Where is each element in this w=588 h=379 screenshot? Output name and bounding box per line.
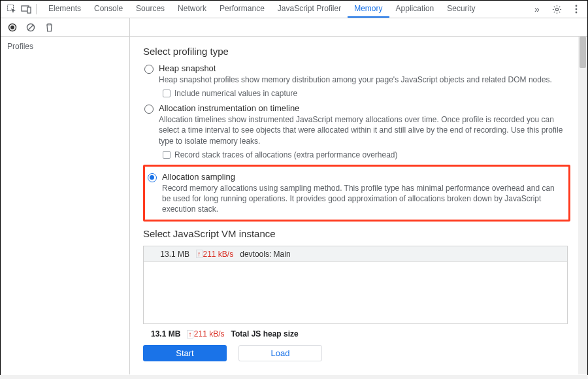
tab-memory[interactable]: Memory: [348, 1, 389, 18]
kebab-menu-icon[interactable]: [569, 2, 583, 16]
devtools-tabstrip: Elements Console Sources Network Perform…: [1, 1, 587, 18]
profiling-option-heap-snapshot[interactable]: Heap snapshot Heap snapshot profiles sho…: [143, 63, 587, 98]
heap-total-label: Total JS heap size: [231, 329, 299, 338]
checkbox-label: Record stack traces of allocations (extr…: [174, 150, 398, 159]
record-stack-traces-checkbox-row[interactable]: Record stack traces of allocations (extr…: [163, 150, 572, 159]
option-desc: Allocation timelines show instrumented J…: [159, 114, 572, 146]
vm-instance-row[interactable]: 13.1 MB ↑ 211 kB/s devtools: Main: [144, 246, 567, 262]
vm-name: devtools: Main: [240, 250, 290, 259]
profiling-type-heading: Select profiling type: [143, 46, 587, 57]
option-desc: Record memory allocations using sampling…: [162, 183, 564, 215]
panel-tabs: Elements Console Sources Network Perform…: [42, 1, 530, 18]
heap-rate-value: 211 kB/s: [194, 329, 225, 338]
radio-heap-snapshot[interactable]: [144, 65, 154, 74]
option-title: Allocation instrumentation on timeline: [159, 103, 572, 113]
load-button[interactable]: Load: [238, 345, 322, 361]
record-icon[interactable]: [7, 22, 18, 33]
include-numerical-checkbox-row[interactable]: Include numerical values in capture: [163, 89, 572, 98]
delete-icon[interactable]: [44, 22, 54, 33]
svg-point-3: [555, 8, 558, 10]
horizontal-scrollbar-track[interactable]: [0, 375, 588, 379]
clear-icon[interactable]: [25, 22, 36, 33]
profiles-sidebar: Profiles: [1, 37, 130, 374]
checkbox-label: Include numerical values in capture: [174, 89, 297, 98]
svg-point-5: [576, 8, 578, 10]
more-tabs-icon[interactable]: »: [530, 2, 544, 16]
radio-allocation-timeline[interactable]: [144, 105, 154, 114]
heap-summary-line: 13.1 MB ↑ 211 kB/s Total JS heap size: [143, 329, 587, 338]
memory-toolbar: [1, 18, 587, 37]
option-title: Allocation sampling: [162, 172, 564, 182]
vm-instance-heading: Select JavaScript VM instance: [143, 228, 587, 239]
tab-console[interactable]: Console: [88, 1, 129, 18]
vm-instance-list[interactable]: 13.1 MB ↑ 211 kB/s devtools: Main: [143, 246, 568, 324]
vm-rate-value: 211 kB/s: [203, 250, 234, 259]
profiling-option-allocation-timeline[interactable]: Allocation instrumentation on timeline A…: [143, 103, 587, 159]
svg-point-6: [576, 12, 578, 14]
start-button[interactable]: Start: [143, 345, 227, 361]
memory-panel-content: Select profiling type Heap snapshot Heap…: [130, 37, 587, 374]
tab-elements[interactable]: Elements: [42, 1, 88, 18]
arrow-up-icon: ↑: [196, 250, 203, 258]
tab-security[interactable]: Security: [440, 1, 482, 18]
tab-js-profiler[interactable]: JavaScript Profiler: [271, 1, 348, 18]
checkbox-icon[interactable]: [163, 90, 171, 97]
inspect-element-icon[interactable]: [5, 2, 19, 16]
divider: [36, 4, 37, 14]
settings-gear-icon[interactable]: [549, 2, 564, 16]
tab-network[interactable]: Network: [171, 1, 213, 18]
tab-application[interactable]: Application: [389, 1, 441, 18]
svg-point-8: [10, 25, 14, 29]
svg-line-10: [28, 25, 33, 30]
option-title: Heap snapshot: [159, 63, 572, 73]
scrollbar-thumb[interactable]: [580, 37, 586, 68]
allocation-sampling-highlight: Allocation sampling Record memory alloca…: [143, 165, 570, 222]
profiling-option-allocation-sampling[interactable]: Allocation sampling Record memory alloca…: [146, 172, 564, 215]
checkbox-icon[interactable]: [163, 151, 171, 159]
radio-allocation-sampling[interactable]: [148, 173, 157, 182]
svg-rect-2: [27, 7, 31, 13]
device-toolbar-icon[interactable]: [19, 2, 33, 16]
svg-point-4: [576, 5, 578, 7]
vm-size: 13.1 MB: [153, 250, 189, 259]
sidebar-profiles-heading: Profiles: [1, 39, 129, 54]
heap-total-size: 13.1 MB: [151, 329, 180, 338]
option-desc: Heap snapshot profiles show memory distr…: [159, 74, 572, 85]
tab-performance[interactable]: Performance: [213, 1, 271, 18]
tab-sources[interactable]: Sources: [129, 1, 171, 18]
vertical-scrollbar[interactable]: [578, 37, 587, 374]
heap-rate: ↑ 211 kB/s: [187, 329, 224, 338]
arrow-up-icon: ↑: [187, 330, 193, 338]
vm-rate: ↑ 211 kB/s: [196, 250, 233, 259]
